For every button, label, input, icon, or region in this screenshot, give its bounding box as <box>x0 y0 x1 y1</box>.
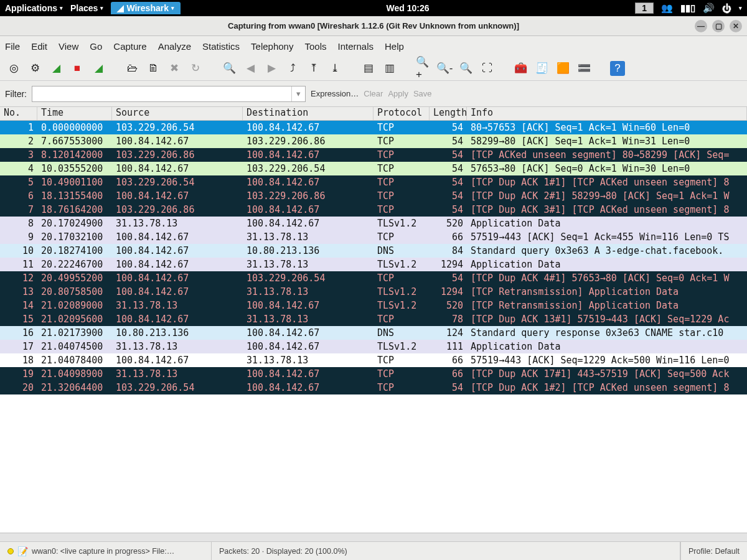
packet-list-pane: No. Time Source Destination Protocol Len… <box>0 107 747 394</box>
menu-file[interactable]: File <box>5 41 20 52</box>
packet-row[interactable]: 1020.18274100100.84.142.6710.80.213.136D… <box>0 244 747 258</box>
interfaces-icon[interactable]: ◎ <box>6 61 21 76</box>
panel-clock[interactable]: Wed 10:26 <box>387 3 430 13</box>
packet-row[interactable]: 1821.04078400100.84.142.6731.13.78.13TCP… <box>0 353 747 367</box>
menu-tools[interactable]: Tools <box>304 41 326 52</box>
window-minimize-button[interactable]: — <box>695 20 707 32</box>
filter-save-button[interactable]: Save <box>413 89 432 98</box>
resize-columns-icon[interactable]: ⛶ <box>479 61 494 76</box>
workspace-indicator[interactable]: 1 <box>635 2 654 14</box>
packet-row[interactable]: 38.120142000103.229.206.86100.84.142.67T… <box>0 148 747 162</box>
packet-row[interactable]: 1521.02095600100.84.142.6731.13.78.13TCP… <box>0 312 747 326</box>
packet-row[interactable]: 410.03555200100.84.142.67103.229.206.54T… <box>0 162 747 175</box>
window-titlebar: Capturing from wwan0 [Wireshark 1.12.6 (… <box>0 16 747 36</box>
chevron-down-icon: ▾ <box>171 5 174 11</box>
menu-view[interactable]: View <box>59 41 78 52</box>
menu-statistics[interactable]: Statistics <box>202 41 240 52</box>
col-header-dest[interactable]: Destination <box>243 107 374 120</box>
packet-row[interactable]: 1320.80758500100.84.142.6731.13.78.13TLS… <box>0 285 747 299</box>
edit-capture-comment-icon[interactable]: 📝 <box>17 546 28 556</box>
zoom-reset-icon[interactable]: 🔍 <box>458 61 473 76</box>
horizontal-scrollbar[interactable] <box>0 533 747 541</box>
display-filters-icon[interactable]: 🧾 <box>534 61 549 76</box>
save-file-icon[interactable]: 🗎 <box>146 61 161 76</box>
autoscroll-icon[interactable]: ▥ <box>382 61 397 76</box>
taskbar-app-wireshark[interactable]: ◢ Wireshark ▾ <box>111 2 181 14</box>
window-close-button[interactable]: ✕ <box>730 20 742 32</box>
accessibility-icon[interactable]: 👥 <box>661 2 673 14</box>
packet-row[interactable]: 618.13155400100.84.142.67103.229.206.86T… <box>0 189 747 203</box>
status-profile[interactable]: Profile: Default <box>688 547 740 556</box>
packet-list-header: No. Time Source Destination Protocol Len… <box>0 107 747 121</box>
col-header-time[interactable]: Time <box>37 107 112 120</box>
packet-row[interactable]: 1921.0409890031.13.78.13100.84.142.67TCP… <box>0 367 747 381</box>
window-title: Capturing from wwan0 [Wireshark 1.12.6 (… <box>228 21 519 30</box>
menu-analyze[interactable]: Analyze <box>158 41 191 52</box>
restart-capture-icon[interactable]: ◢ <box>91 61 106 76</box>
filter-apply-button[interactable]: Apply <box>388 89 408 98</box>
menu-internals[interactable]: Internals <box>337 41 374 52</box>
packet-row[interactable]: 820.1702490031.13.78.13100.84.142.67TLSv… <box>0 217 747 230</box>
packet-row[interactable]: 1621.0217390010.80.213.136100.84.142.67D… <box>0 326 747 340</box>
packet-row[interactable]: 1421.0208900031.13.78.13100.84.142.67TLS… <box>0 299 747 312</box>
display-filter-bar: Filter: ▾ Expression… Clear Apply Save <box>0 81 747 107</box>
chevron-down-icon: ▾ <box>60 5 63 11</box>
status-capture-file: wwan0: <live capture in progress> File:… <box>32 547 174 556</box>
expert-info-icon[interactable] <box>7 548 14 554</box>
packet-row[interactable]: 1120.22246700100.84.142.6731.13.78.13TLS… <box>0 258 747 271</box>
find-icon[interactable]: 🔍 <box>222 61 237 76</box>
packet-row[interactable]: 1721.0407450031.13.78.13100.84.142.67TLS… <box>0 340 747 353</box>
col-header-length[interactable]: Length <box>430 107 467 120</box>
filter-input-wrapper: ▾ <box>32 86 306 102</box>
start-capture-icon[interactable]: ◢ <box>49 61 63 76</box>
reload-icon[interactable]: ↻ <box>188 61 203 76</box>
filter-expression-button[interactable]: Expression… <box>311 89 359 98</box>
chevron-down-icon: ▾ <box>100 5 103 11</box>
packet-row[interactable]: 718.76164200103.229.206.86100.84.142.67T… <box>0 203 747 217</box>
help-icon[interactable]: ? <box>610 61 625 76</box>
menu-places[interactable]: Places▾ <box>70 3 103 13</box>
preferences-icon[interactable]: 🟰 <box>576 61 591 76</box>
volume-icon[interactable]: 🔊 <box>703 2 715 14</box>
menu-help[interactable]: Help <box>385 41 404 52</box>
menu-applications[interactable]: Applications▾ <box>5 3 63 13</box>
chevron-down-icon: ▾ <box>739 5 742 11</box>
filter-clear-button[interactable]: Clear <box>364 89 383 98</box>
packet-row[interactable]: 2021.32064400103.229.206.54100.84.142.67… <box>0 381 747 394</box>
go-first-icon[interactable]: ⤒ <box>306 61 321 76</box>
options-icon[interactable]: ⚙ <box>27 61 42 76</box>
col-header-info[interactable]: Info <box>467 107 747 120</box>
colorize-icon[interactable]: ▤ <box>361 61 376 76</box>
coloring-rules-icon[interactable]: 🟧 <box>555 61 570 76</box>
packet-details-pane[interactable] <box>0 394 747 533</box>
menu-capture[interactable]: Capture <box>113 41 146 52</box>
packet-row[interactable]: 27.667553000100.84.142.67103.229.206.86T… <box>0 134 747 148</box>
zoom-out-icon[interactable]: 🔍- <box>437 61 452 76</box>
capture-filters-icon[interactable]: 🧰 <box>513 61 528 76</box>
menu-telephony[interactable]: Telephony <box>251 41 293 52</box>
col-header-protocol[interactable]: Protocol <box>374 107 430 120</box>
go-back-icon[interactable]: ◀ <box>243 61 258 76</box>
zoom-in-icon[interactable]: 🔍+ <box>416 61 431 76</box>
network-signal-icon[interactable]: ▮▮▯ <box>680 2 695 14</box>
col-header-no[interactable]: No. <box>0 107 37 120</box>
go-forward-icon[interactable]: ▶ <box>264 61 279 76</box>
close-file-icon[interactable]: ✖ <box>167 61 182 76</box>
wireshark-fin-icon: ◢ <box>117 3 124 13</box>
power-icon[interactable]: ⏻ <box>722 3 731 14</box>
menu-edit[interactable]: Edit <box>31 41 47 52</box>
jump-to-icon[interactable]: ⤴ <box>285 61 300 76</box>
filter-input[interactable] <box>32 86 291 101</box>
open-file-icon[interactable]: 🗁 <box>125 61 139 76</box>
packet-row[interactable]: 920.17032100100.84.142.6731.13.78.13TCP6… <box>0 230 747 244</box>
packet-row[interactable]: 510.49001100103.229.206.54100.84.142.67T… <box>0 175 747 189</box>
desktop-top-panel: Applications▾ Places▾ ◢ Wireshark ▾ Wed … <box>0 0 747 16</box>
go-last-icon[interactable]: ⤓ <box>327 61 342 76</box>
filter-dropdown-button[interactable]: ▾ <box>291 86 305 101</box>
stop-capture-icon[interactable]: ■ <box>70 61 85 76</box>
packet-row[interactable]: 10.000000000103.229.206.54100.84.142.67T… <box>0 121 747 134</box>
col-header-source[interactable]: Source <box>112 107 243 120</box>
menu-go[interactable]: Go <box>90 41 102 52</box>
packet-row[interactable]: 1220.49955200100.84.142.67103.229.206.54… <box>0 271 747 285</box>
window-maximize-button[interactable]: ▢ <box>712 20 725 32</box>
